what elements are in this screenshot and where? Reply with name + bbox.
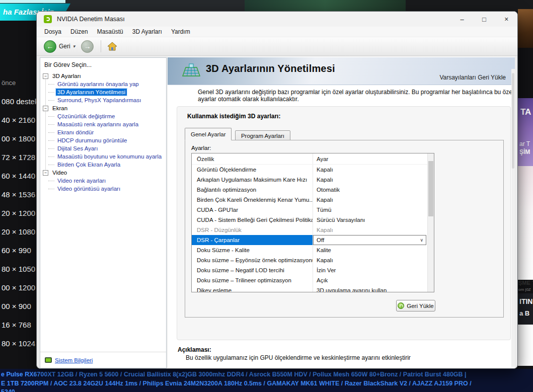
- setting-name[interactable]: Dikey eşleme: [192, 285, 313, 292]
- setting-row[interactable]: Doku süzme – Negatif LOD tercihi İzin Ve…: [192, 265, 427, 275]
- table-scrollbar[interactable]: [427, 153, 434, 292]
- scrollbar-thumb[interactable]: [428, 161, 433, 216]
- titlebar[interactable]: NVIDIA Denetim Masası – □ ×: [37, 12, 517, 27]
- setting-row[interactable]: Doku süzme – Trilineer optimizasyon Açık…: [192, 275, 427, 285]
- setting-row[interactable]: CUDA - GPU'lar Tümü ∨: [192, 205, 427, 215]
- setting-name[interactable]: Doku süzme – Trilineer optimizasyon: [192, 275, 313, 285]
- setting-name[interactable]: Görüntü Ölçeklendirme: [192, 165, 313, 175]
- tree-item[interactable]: − Video: [43, 169, 166, 177]
- setting-name[interactable]: Birden Çok Kareli Örneklenmiş Kenar Yumu…: [192, 195, 313, 205]
- value-combobox[interactable]: Açık ∨: [317, 275, 427, 285]
- tree-collapse-icon[interactable]: −: [43, 106, 48, 111]
- tree-item-label[interactable]: Video renk ayarları: [56, 177, 107, 184]
- tree-item[interactable]: − Masaüstü boyutunu ve konumunu ayarla: [43, 152, 166, 161]
- value-combobox[interactable]: Otomatik ∨: [317, 185, 427, 195]
- column-ayar[interactable]: Ayar: [313, 156, 328, 162]
- setting-value[interactable]: İzin Ver ∨: [313, 265, 427, 275]
- value-combobox[interactable]: Kalite ∨: [317, 245, 427, 255]
- tree-item-label[interactable]: Ekran: [51, 105, 69, 112]
- minimize-button[interactable]: –: [451, 12, 473, 27]
- value-combobox[interactable]: Off ∨: [313, 235, 426, 245]
- system-info-link[interactable]: Sistem Bilgileri: [55, 357, 93, 363]
- setting-name[interactable]: Bağlantılı optimizasyon: [192, 185, 313, 195]
- setting-row[interactable]: Birden Çok Kareli Örneklenmiş Kenar Yumu…: [192, 195, 427, 205]
- setting-name[interactable]: CUDA - GPU'lar: [192, 205, 313, 215]
- column-ozellik[interactable]: Özellik: [192, 156, 313, 162]
- setting-value[interactable]: Tümü ∨: [313, 205, 427, 215]
- setting-value[interactable]: Sürücü Varsayılanı ∨: [313, 215, 427, 225]
- setting-row[interactable]: Görüntü Ölçeklendirme Kapalı ∨: [192, 165, 427, 175]
- setting-value[interactable]: Kapalı ∨: [313, 175, 427, 185]
- tree-item[interactable]: − Surround, PhysX Yapılandırması: [43, 96, 166, 104]
- chevron-down-icon[interactable]: ∨: [420, 235, 426, 245]
- menu-item[interactable]: Yardım: [167, 27, 195, 36]
- menu-item[interactable]: Masaüstü: [93, 27, 128, 36]
- value-combobox[interactable]: Tümü ∨: [317, 205, 427, 215]
- setting-value[interactable]: Kalite ∨: [313, 245, 427, 255]
- close-button[interactable]: ×: [495, 12, 517, 27]
- tree-item[interactable]: − Video görüntüsü ayarları: [43, 185, 166, 193]
- setting-value[interactable]: Otomatik ∨: [313, 185, 427, 195]
- setting-name[interactable]: DSR - Çarpanlar: [192, 235, 313, 245]
- tree-item[interactable]: − Dijital Ses Ayarı: [43, 144, 166, 152]
- tree-item[interactable]: − Ekranı döndür: [43, 128, 166, 136]
- setting-value[interactable]: Kapalı ∨: [313, 195, 427, 205]
- tree-item-label[interactable]: 3D Ayarları: [51, 72, 83, 80]
- content-scrollbar-thumb[interactable]: [512, 73, 514, 169]
- setting-row[interactable]: Dikey eşleme 3D uygulama ayarını kullan …: [192, 285, 427, 292]
- setting-value[interactable]: Kapalı ∨: [313, 255, 427, 265]
- tree-item-label[interactable]: Video: [51, 169, 68, 176]
- value-combobox[interactable]: Sürücü Varsayılanı ∨: [317, 215, 427, 225]
- tree-item[interactable]: − Video renk ayarları: [43, 177, 166, 185]
- back-button[interactable]: ← Geri ▾: [44, 40, 75, 53]
- setting-row[interactable]: DSR - Düzgünlük Kapalı ∨: [192, 225, 427, 235]
- value-combobox[interactable]: Kapalı ∨: [317, 165, 427, 175]
- value-combobox[interactable]: Kapalı ∨: [317, 195, 427, 205]
- setting-name[interactable]: CUDA - Sistem Belleği Geri Çekilmesi Pol…: [192, 215, 313, 225]
- tree-item-label[interactable]: Ekranı döndür: [56, 129, 95, 136]
- tree-item[interactable]: − HDCP durumunu görüntüle: [43, 136, 166, 144]
- tree-collapse-icon[interactable]: −: [43, 170, 48, 176]
- tree-item-label[interactable]: 3D Ayarlarının Yönetilmesi: [56, 89, 127, 96]
- setting-row[interactable]: Bağlantılı optimizasyon Otomatik ∨: [192, 185, 427, 195]
- setting-name[interactable]: Doku süzme – Negatif LOD tercihi: [192, 265, 313, 275]
- setting-row[interactable]: DSR - Çarpanlar Off ∨: [192, 235, 427, 245]
- value-combobox[interactable]: Kapalı ∨: [317, 175, 427, 185]
- tab[interactable]: Genel Ayarlar: [185, 128, 232, 140]
- tree-item-label[interactable]: Çözünürlük değiştirme: [56, 113, 116, 120]
- menu-item[interactable]: 3D Ayarları: [128, 27, 167, 36]
- home-button[interactable]: [107, 42, 117, 51]
- tree-item[interactable]: − 3D Ayarlarının Yönetilmesi: [43, 88, 166, 96]
- setting-value[interactable]: Off ∨: [313, 235, 427, 245]
- value-combobox[interactable]: Kapalı ∨: [317, 255, 427, 265]
- setting-name[interactable]: Doku Süzme - Kalite: [192, 245, 313, 255]
- tree-item-label[interactable]: Görüntü ayarlarını önayarla yap: [56, 81, 140, 88]
- tree-item-label[interactable]: Masaüstü renk ayarlarını ayarla: [56, 121, 140, 128]
- setting-row[interactable]: Doku Süzme - Kalite Kalite ∨: [192, 245, 427, 255]
- tree-item[interactable]: − 3D Ayarları: [43, 72, 166, 80]
- tree-item[interactable]: − Birden Çok Ekran Ayarla: [43, 161, 166, 169]
- setting-value[interactable]: Açık ∨: [313, 275, 427, 285]
- tree-item-label[interactable]: Masaüstü boyutunu ve konumunu ayarla: [56, 153, 163, 160]
- tree-item[interactable]: − Ekran: [43, 104, 166, 112]
- maximize-button[interactable]: □: [473, 12, 495, 27]
- tree-item-label[interactable]: Surround, PhysX Yapılandırması: [56, 97, 142, 104]
- tree-item[interactable]: − Çözünürlük değiştirme: [43, 112, 166, 120]
- tree-collapse-icon[interactable]: −: [43, 73, 48, 79]
- tree-item[interactable]: − Masaüstü renk ayarlarını ayarla: [43, 120, 166, 128]
- tree-item-label[interactable]: HDCP durumunu görüntüle: [56, 137, 129, 144]
- setting-row[interactable]: Arkaplan Uygulaması Maksimum Kare Hızı K…: [192, 175, 427, 185]
- setting-value[interactable]: Kapalı ∨: [313, 165, 427, 175]
- tree-item-label[interactable]: Video görüntüsü ayarları: [56, 185, 122, 192]
- value-combobox[interactable]: 3D uygulama ayarını kullan ∨: [317, 285, 427, 292]
- tree-item-label[interactable]: Birden Çok Ekran Ayarla: [56, 161, 122, 168]
- setting-row[interactable]: CUDA - Sistem Belleği Geri Çekilmesi Pol…: [192, 215, 427, 225]
- content-scrollbar[interactable]: [511, 69, 515, 367]
- setting-value[interactable]: Kapalı ∨: [313, 225, 427, 235]
- back-history-dropdown[interactable]: ▾: [73, 44, 75, 49]
- tree-item[interactable]: − Görüntü ayarlarını önayarla yap: [43, 80, 166, 88]
- tree-item-label[interactable]: Dijital Ses Ayarı: [56, 145, 99, 152]
- setting-row[interactable]: Doku süzme – Eşyönsüz örnek optimizasyon…: [192, 255, 427, 265]
- restore-button[interactable]: Geri Yükle: [396, 300, 435, 311]
- restore-defaults-link[interactable]: Varsayılanları Geri Yükle: [439, 74, 506, 81]
